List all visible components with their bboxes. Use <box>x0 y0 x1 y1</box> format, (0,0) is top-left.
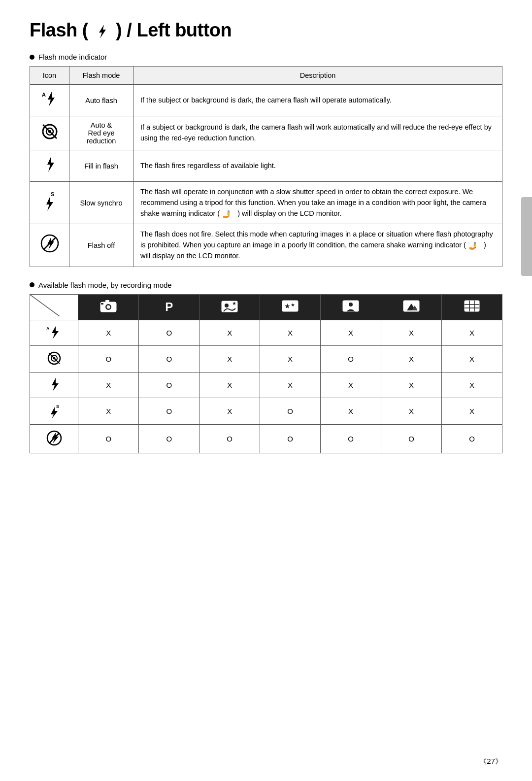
avail-cell: O <box>139 320 200 345</box>
avail-col-special <box>441 294 502 320</box>
avail-cell: X <box>78 398 139 424</box>
icon-red-eye <box>30 116 69 150</box>
avail-cell: X <box>200 398 260 424</box>
desc-auto-flash: If the subject or background is dark, th… <box>133 85 502 116</box>
table-row: S X O X O X X X <box>30 398 502 424</box>
mode-red-eye: Auto & Red eye reduction <box>69 116 133 150</box>
avail-cell: X <box>441 398 502 424</box>
mode-flash-off: Flash off <box>69 224 133 267</box>
desc-fill-flash: The flash fires regardless of available … <box>133 150 502 182</box>
avail-cell: X <box>321 372 381 398</box>
avail-col-scene: ★ <box>200 294 260 320</box>
avail-cell: X <box>78 372 139 398</box>
icon-slow-synchro: S <box>30 182 69 224</box>
avail-cell: X <box>260 372 321 398</box>
svg-rect-31 <box>465 301 479 311</box>
svg-point-27 <box>349 303 353 306</box>
avail-col-night: ★ ★ <box>260 294 321 320</box>
svg-text:🤳: 🤳 <box>222 210 232 219</box>
avail-cell: O <box>321 345 381 372</box>
avail-cell: X <box>200 345 260 372</box>
row-icon-auto-flash: A <box>30 320 78 345</box>
avail-cell: O <box>78 424 139 453</box>
avail-cell: O <box>260 398 321 424</box>
avail-cell: X <box>200 372 260 398</box>
col-header-mode: Flash mode <box>69 67 133 85</box>
svg-marker-0 <box>99 25 106 38</box>
flash-icon-title <box>94 24 110 39</box>
icon-auto-flash: A <box>30 85 69 116</box>
avail-cell: X <box>441 320 502 345</box>
avail-cell: X <box>260 345 321 372</box>
avail-cell: O <box>139 398 200 424</box>
avail-cell: O <box>260 424 321 453</box>
col-header-icon: Icon <box>30 67 69 85</box>
avail-cell: X <box>321 320 381 345</box>
svg-text:A: A <box>42 92 46 98</box>
table-row: Flash off The flash does not fire. Selec… <box>30 224 502 267</box>
table-row: Auto & Red eye reduction If a subject or… <box>30 116 502 150</box>
availability-table: P ★ ★ ★ <box>30 294 502 453</box>
svg-marker-7 <box>47 156 54 172</box>
avail-cell: O <box>381 424 442 453</box>
svg-text:★: ★ <box>291 302 295 307</box>
section1-label: Flash mode indicator <box>30 53 502 61</box>
avail-cell: X <box>381 398 442 424</box>
icon-fill-flash <box>30 150 69 182</box>
mode-slow-synchro: Slow synchro <box>69 182 133 224</box>
bullet-icon <box>30 55 34 60</box>
avail-cell: X <box>441 372 502 398</box>
avail-cell: X <box>78 320 139 345</box>
bullet-icon-2 <box>30 282 34 287</box>
table-row: A Auto flash If the subject or backgroun… <box>30 85 502 116</box>
svg-line-14 <box>30 295 60 316</box>
avail-col-camera <box>78 294 139 320</box>
mode-auto-flash: Auto flash <box>69 85 133 116</box>
table-row: X O X X X X X <box>30 372 502 398</box>
svg-text:★: ★ <box>232 301 236 306</box>
avail-cell: O <box>200 424 260 453</box>
svg-marker-2 <box>48 92 55 106</box>
avail-cell: X <box>321 398 381 424</box>
table-row: A X O X X X X X <box>30 320 502 345</box>
svg-text:🤳: 🤳 <box>468 241 478 250</box>
avail-cell: X <box>441 345 502 372</box>
avail-cell: O <box>139 424 200 453</box>
svg-point-17 <box>107 305 110 308</box>
svg-marker-9 <box>46 196 53 211</box>
desc-red-eye: If a subject or background is dark, the … <box>133 116 502 150</box>
avail-col-portrait <box>321 294 381 320</box>
svg-marker-42 <box>52 378 59 391</box>
avail-col-mountain <box>381 294 442 320</box>
page-title: Flash ( ) / Left button <box>30 20 502 41</box>
icon-flash-off <box>30 224 69 267</box>
row-icon-slow-synchro: S <box>30 398 78 424</box>
table-row: S Slow synchro The flash will operate in… <box>30 182 502 224</box>
table-row: O O O O O O O <box>30 424 502 453</box>
avail-cell: O <box>78 345 139 372</box>
section2-label: Available flash mode, by recording mode <box>30 281 502 289</box>
avail-cell: O <box>441 424 502 453</box>
avail-cell: X <box>260 320 321 345</box>
svg-text:S: S <box>56 404 59 409</box>
avail-cell: X <box>381 345 442 372</box>
row-icon-flash-off <box>30 424 78 453</box>
avail-cell: O <box>139 372 200 398</box>
col-header-description: Description <box>133 67 502 85</box>
avail-cell: X <box>381 320 442 345</box>
avail-header-diagonal <box>30 294 78 320</box>
avail-cell: X <box>381 372 442 398</box>
svg-marker-12 <box>47 237 54 250</box>
avail-cell: O <box>321 424 381 453</box>
svg-text:A: A <box>46 326 50 331</box>
flash-mode-table: Icon Flash mode Description A Auto flash… <box>30 66 502 267</box>
svg-text:★: ★ <box>284 302 291 310</box>
svg-rect-19 <box>101 303 103 305</box>
desc-slow-synchro: The flash will operate in conjunction wi… <box>133 182 502 224</box>
svg-text:S: S <box>51 191 54 197</box>
row-icon-fill-flash <box>30 372 78 398</box>
row-icon-red-eye <box>30 345 78 372</box>
desc-flash-off: The flash does not fire. Select this mod… <box>133 224 502 267</box>
mode-fill-flash: Fill in flash <box>69 150 133 182</box>
avail-cell: X <box>200 320 260 345</box>
